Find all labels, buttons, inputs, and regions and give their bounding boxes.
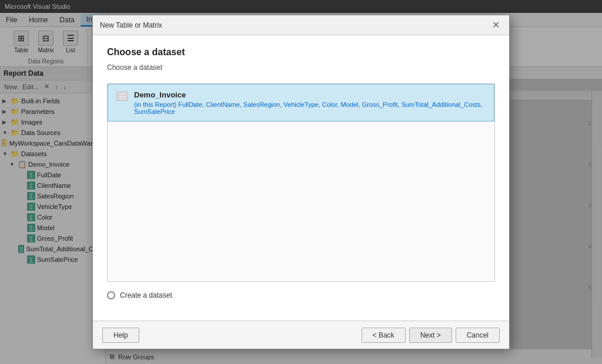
- create-dataset-label[interactable]: Create a dataset: [120, 291, 172, 299]
- dataset-item-demo-invoice[interactable]: Demo_Invoice (in this Report) FullDate, …: [108, 84, 494, 122]
- modal-close-btn[interactable]: ✕: [490, 19, 502, 31]
- create-dataset-radio[interactable]: [107, 291, 115, 299]
- modal-title: New Table or Matrix: [100, 21, 162, 29]
- modal-body: Choose a dataset Choose a dataset Demo_I…: [93, 35, 509, 321]
- dataset-info: Demo_Invoice (in this Report) FullDate, …: [134, 90, 486, 115]
- modal-subheading: Choose a dataset: [107, 63, 495, 72]
- modal-overlay: New Table or Matrix ✕ Choose a dataset C…: [0, 0, 602, 364]
- dataset-name: Demo_Invoice: [134, 90, 486, 99]
- help-button[interactable]: Help: [102, 328, 139, 343]
- next-button[interactable]: Next >: [409, 328, 452, 343]
- dataset-description: (in this Report): [134, 101, 176, 108]
- dataset-fields-text: FullDate, ClientName, SalesRegion, Vehic…: [134, 101, 482, 115]
- footer-btn-group: < Back Next > Cancel: [362, 328, 500, 343]
- modal: New Table or Matrix ✕ Choose a dataset C…: [92, 15, 510, 349]
- back-button[interactable]: < Back: [362, 328, 406, 343]
- dataset-fields-line: (in this Report) FullDate, ClientName, S…: [134, 101, 486, 115]
- field-clientname: ClientName: [206, 101, 239, 108]
- svg-rect-0: [118, 93, 126, 100]
- modal-heading: Choose a dataset: [107, 47, 495, 58]
- dataset-list: Demo_Invoice (in this Report) FullDate, …: [107, 83, 495, 282]
- create-dataset-row: Create a dataset: [107, 291, 495, 299]
- modal-footer: Help < Back Next > Cancel: [93, 321, 509, 349]
- cancel-button[interactable]: Cancel: [456, 328, 500, 343]
- dataset-icon: [116, 92, 128, 101]
- modal-titlebar: New Table or Matrix ✕: [93, 15, 509, 35]
